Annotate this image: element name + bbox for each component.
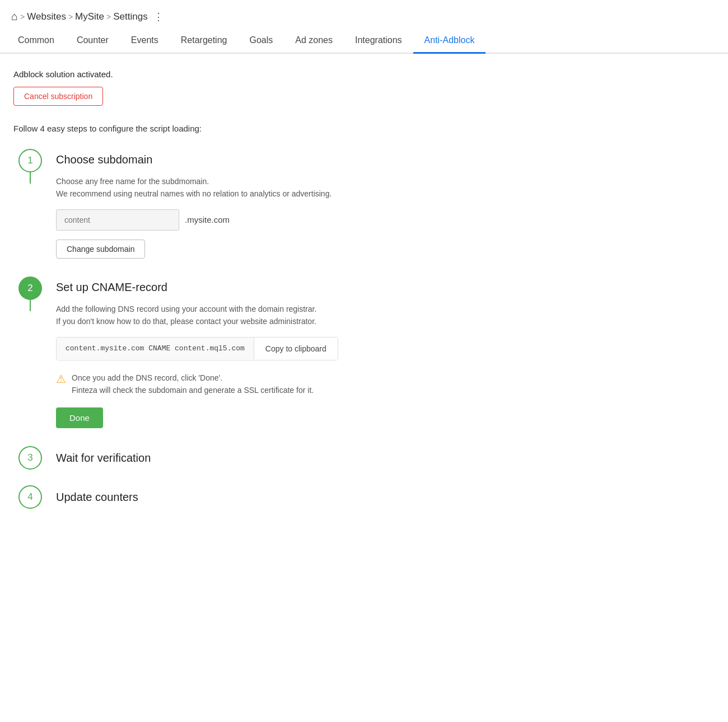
breadcrumb: ⌂ > Websites > MySite > Settings ⋮: [0, 0, 728, 29]
subdomain-suffix: .mysite.com: [185, 215, 230, 224]
tab-goals[interactable]: Goals: [238, 29, 284, 54]
tab-retargeting[interactable]: Retargeting: [170, 29, 239, 54]
step-1-left: 1: [13, 149, 47, 184]
step-2-left: 2: [13, 276, 47, 311]
step-1-circle: 1: [18, 149, 42, 172]
step-2-content: Set up CNAME-record Add the following DN…: [47, 276, 715, 447]
step-3: 3 Wait for verification: [13, 446, 715, 470]
step-3-title: Wait for verification: [56, 452, 715, 465]
tab-events[interactable]: Events: [120, 29, 170, 54]
tab-anti-adblock[interactable]: Anti-Adblock: [413, 29, 486, 54]
warning-icon: ⚠: [56, 372, 66, 386]
cname-code-value: content.mysite.com CNAME content.mql5.co…: [57, 337, 254, 359]
step-1-desc-2: We recommend using neutral names with no…: [56, 189, 332, 198]
breadcrumb-sep-1: >: [20, 12, 25, 21]
dns-notice-text: Once you add the DNS record, click 'Done…: [72, 372, 314, 397]
step-2: 2 Set up CNAME-record Add the following …: [13, 276, 715, 447]
step-2-title: Set up CNAME-record: [56, 276, 715, 294]
tab-integrations[interactable]: Integrations: [344, 29, 413, 54]
step-4-circle: 4: [18, 485, 42, 509]
step-1-title: Choose subdomain: [56, 149, 715, 166]
step-4-left: 4: [13, 485, 47, 509]
done-button[interactable]: Done: [56, 407, 103, 428]
dns-notice-line-2: Finteza will check the subdomain and gen…: [72, 386, 314, 395]
tab-ad-zones[interactable]: Ad zones: [284, 29, 344, 54]
more-options-icon[interactable]: ⋮: [153, 11, 164, 23]
dns-notice: ⚠ Once you add the DNS record, click 'Do…: [56, 372, 715, 397]
adblock-status: Adblock solution activated.: [13, 69, 715, 79]
dns-notice-line-1: Once you add the DNS record, click 'Done…: [72, 373, 222, 382]
steps-intro-text: Follow 4 easy steps to configure the scr…: [13, 124, 715, 133]
tab-common[interactable]: Common: [7, 29, 66, 54]
tab-bar: Common Counter Events Retargeting Goals …: [0, 29, 728, 54]
step-4: 4 Update counters: [13, 485, 715, 509]
main-content: Adblock solution activated. Cancel subsc…: [0, 54, 728, 540]
breadcrumb-websites[interactable]: Websites: [27, 11, 66, 22]
breadcrumb-settings[interactable]: Settings: [113, 11, 147, 22]
step-1-desc: Choose any free name for the subdmomain.…: [56, 175, 715, 200]
step-2-desc-1: Add the following DNS record using your …: [56, 304, 316, 313]
step-1-line: [30, 172, 31, 184]
step-1: 1 Choose subdomain Choose any free name …: [13, 149, 715, 276]
change-subdomain-button[interactable]: Change subdomain: [56, 240, 145, 259]
step-4-title: Update counters: [56, 491, 715, 504]
step-1-content: Choose subdomain Choose any free name fo…: [47, 149, 715, 276]
step-1-desc-1: Choose any free name for the subdmomain.: [56, 177, 209, 186]
cname-row: content.mysite.com CNAME content.mql5.co…: [56, 337, 338, 360]
step-2-circle: 2: [18, 276, 42, 300]
step-2-desc-2: If you don't know how to do that, please…: [56, 317, 316, 326]
subdomain-row: .mysite.com: [56, 209, 715, 231]
step-3-circle: 3: [18, 446, 42, 470]
step-2-line: [30, 300, 31, 311]
step-2-desc: Add the following DNS record using your …: [56, 303, 715, 328]
breadcrumb-mysite[interactable]: MySite: [75, 11, 104, 22]
subdomain-input[interactable]: [56, 209, 179, 231]
step-4-content: Update counters: [47, 491, 715, 504]
breadcrumb-sep-3: >: [106, 12, 111, 21]
steps-container: 1 Choose subdomain Choose any free name …: [13, 149, 715, 524]
home-icon[interactable]: ⌂: [11, 10, 18, 23]
cancel-subscription-button[interactable]: Cancel subscription: [13, 87, 103, 106]
breadcrumb-sep-2: >: [68, 12, 73, 21]
copy-to-clipboard-button[interactable]: Copy to clipboard: [254, 337, 338, 360]
tab-counter[interactable]: Counter: [66, 29, 120, 54]
step-3-content: Wait for verification: [47, 452, 715, 465]
step-3-left: 3: [13, 446, 47, 470]
